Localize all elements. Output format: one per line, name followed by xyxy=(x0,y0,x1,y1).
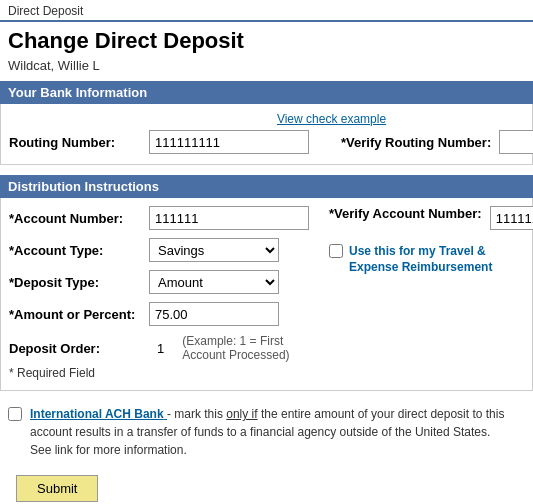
routing-number-input[interactable] xyxy=(149,130,309,154)
account-type-label: *Account Type: xyxy=(9,243,149,258)
bank-section-header: Your Bank Information xyxy=(0,81,533,104)
account-number-label: *Account Number: xyxy=(9,211,149,226)
account-number-input[interactable] xyxy=(149,206,309,230)
required-field-note: * Required Field xyxy=(9,366,95,380)
dist-section-header: Distribution Instructions xyxy=(0,175,533,198)
breadcrumb-label: Direct Deposit xyxy=(8,4,83,18)
deposit-order-label: Deposit Order: xyxy=(9,341,149,356)
intl-bank-text-before: - mark this xyxy=(167,407,226,421)
deposit-order-value: 1 xyxy=(157,341,164,356)
travel-expense-checkbox[interactable] xyxy=(329,244,343,258)
deposit-type-label: *Deposit Type: xyxy=(9,275,149,290)
intl-bank-checkbox[interactable] xyxy=(8,407,22,421)
amount-label: *Amount or Percent: xyxy=(9,307,149,322)
intl-bank-only-if: only if xyxy=(226,407,257,421)
page-subtitle: Wildcat, Willie L xyxy=(0,56,533,81)
intl-bank-section: International ACH Bank - mark this only … xyxy=(0,397,533,463)
page-title: Change Direct Deposit xyxy=(0,22,533,56)
submit-button[interactable]: Submit xyxy=(16,475,98,502)
deposit-type-select[interactable]: Amount Percent Remaining xyxy=(149,270,279,294)
amount-input[interactable] xyxy=(149,302,279,326)
view-check-example-link[interactable]: View check example xyxy=(277,112,386,126)
verify-account-label: *Verify Account Number: xyxy=(329,206,482,221)
breadcrumb: Direct Deposit xyxy=(0,0,533,22)
account-type-select[interactable]: Savings Checking xyxy=(149,238,279,262)
intl-bank-link[interactable]: International ACH Bank xyxy=(30,407,167,421)
routing-number-label: Routing Number: xyxy=(9,135,149,150)
verify-account-input[interactable] xyxy=(490,206,533,230)
travel-expense-label: Use this for my Travel & Expense Reimbur… xyxy=(349,244,529,275)
deposit-order-example: (Example: 1 = First Account Processed) xyxy=(182,334,319,362)
verify-routing-label: *Verify Routing Number: xyxy=(341,135,491,150)
verify-routing-input[interactable] xyxy=(499,130,533,154)
